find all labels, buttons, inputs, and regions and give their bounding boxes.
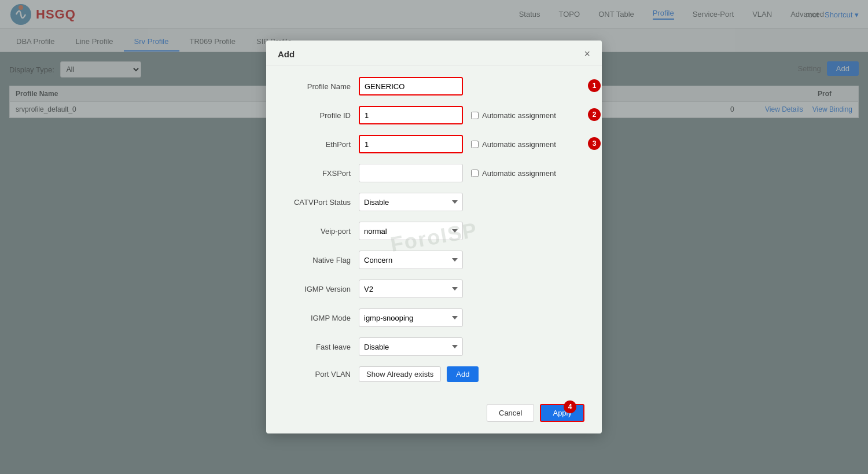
badge-3: 3 bbox=[588, 137, 601, 150]
modal-footer: Cancel Apply 4 bbox=[266, 398, 602, 422]
profile-id-auto-assign: Automatic assignment bbox=[471, 111, 556, 120]
profile-id-row: Profile ID 2 Automatic assignment bbox=[284, 106, 584, 124]
native-flag-label: Native Flag bbox=[284, 256, 359, 264]
ethport-auto-label: Automatic assignment bbox=[482, 140, 556, 149]
native-flag-select[interactable]: Concern Ignore bbox=[359, 251, 463, 269]
modal-title: Add bbox=[278, 49, 295, 59]
catvport-select[interactable]: Disable Enable bbox=[359, 193, 463, 211]
igmp-version-label: IGMP Version bbox=[284, 285, 359, 293]
fxsport-checkbox[interactable] bbox=[471, 170, 479, 177]
apply-button[interactable]: Apply bbox=[540, 404, 584, 422]
igmp-mode-row: IGMP Mode igmp-snooping igmp-proxy bbox=[284, 308, 584, 327]
veip-port-label: Veip-port bbox=[284, 227, 359, 236]
fxsport-label: FXSPort bbox=[284, 169, 359, 178]
catvport-row: CATVPort Status Disable Enable bbox=[284, 193, 584, 211]
add-modal: Add × ForoISP Profile Name 1 Profile ID … bbox=[266, 41, 602, 433]
badge-2: 2 bbox=[588, 108, 601, 121]
catvport-label: CATVPort Status bbox=[284, 198, 359, 207]
profile-name-row: Profile Name 1 bbox=[284, 77, 584, 95]
fast-leave-row: Fast leave Disable Enable bbox=[284, 337, 584, 356]
fast-leave-select[interactable]: Disable Enable bbox=[359, 337, 463, 356]
profile-id-input[interactable] bbox=[359, 106, 463, 124]
ethport-checkbox[interactable] bbox=[471, 141, 479, 148]
profile-id-auto-label: Automatic assignment bbox=[482, 111, 556, 120]
ethport-label: EthPort bbox=[284, 140, 359, 149]
ethport-input[interactable] bbox=[359, 135, 463, 153]
profile-name-input[interactable] bbox=[359, 77, 463, 95]
port-vlan-row: Port VLAN Show Already exists Add bbox=[284, 366, 584, 382]
veip-port-select[interactable]: normal other bbox=[359, 222, 463, 240]
fast-leave-label: Fast leave bbox=[284, 343, 359, 351]
modal-close-button[interactable]: × bbox=[584, 49, 590, 59]
profile-id-label: Profile ID bbox=[284, 111, 359, 120]
add-vlan-button[interactable]: Add bbox=[447, 366, 479, 382]
fxsport-input[interactable] bbox=[359, 164, 463, 182]
cancel-button[interactable]: Cancel bbox=[487, 404, 534, 422]
profile-name-label: Profile Name bbox=[284, 82, 359, 91]
port-vlan-label: Port VLAN bbox=[284, 370, 359, 379]
native-flag-row: Native Flag Concern Ignore bbox=[284, 251, 584, 269]
fxsport-auto-assign: Automatic assignment bbox=[471, 169, 556, 178]
igmp-mode-label: IGMP Mode bbox=[284, 314, 359, 322]
fxsport-row: FXSPort Automatic assignment bbox=[284, 164, 584, 182]
apply-wrapper: Apply 4 bbox=[540, 404, 584, 422]
badge-1: 1 bbox=[588, 79, 601, 92]
ethport-auto-assign: Automatic assignment bbox=[471, 140, 556, 149]
igmp-version-row: IGMP Version V2 V3 bbox=[284, 280, 584, 298]
modal-header: Add × bbox=[266, 41, 602, 65]
igmp-mode-select[interactable]: igmp-snooping igmp-proxy bbox=[359, 308, 463, 327]
modal-body: ForoISP Profile Name 1 Profile ID 2 Auto… bbox=[266, 65, 602, 398]
fxsport-auto-label: Automatic assignment bbox=[482, 169, 556, 178]
veip-port-row: Veip-port normal other bbox=[284, 222, 584, 240]
port-vlan-buttons: Show Already exists Add bbox=[359, 366, 479, 382]
modal-overlay: Add × ForoISP Profile Name 1 Profile ID … bbox=[0, 0, 868, 474]
badge-4: 4 bbox=[564, 400, 576, 413]
profile-id-checkbox[interactable] bbox=[471, 112, 479, 119]
ethport-row: EthPort 3 Automatic assignment bbox=[284, 135, 584, 153]
show-already-exists-button[interactable]: Show Already exists bbox=[359, 366, 441, 382]
igmp-version-select[interactable]: V2 V3 bbox=[359, 280, 463, 298]
